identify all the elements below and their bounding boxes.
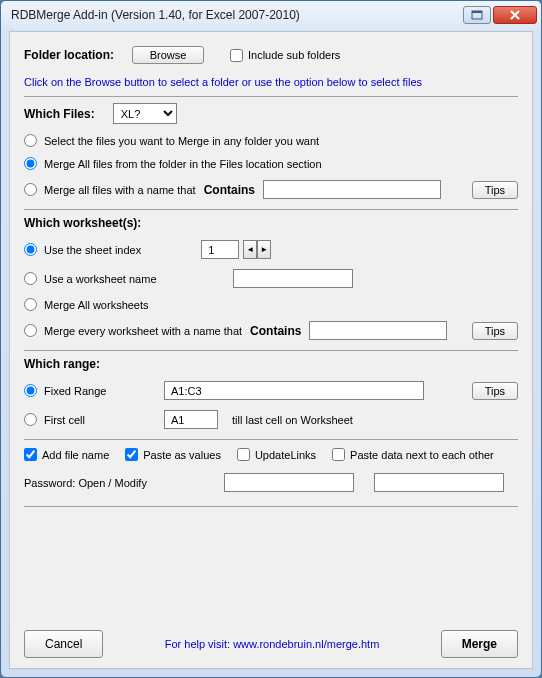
paste-values-checkbox[interactable]: Paste as values	[125, 448, 221, 461]
merge-button[interactable]: Merge	[441, 630, 518, 658]
paste-values-input[interactable]	[125, 448, 138, 461]
sheet-name-input[interactable]	[233, 269, 353, 288]
update-links-input[interactable]	[237, 448, 250, 461]
range-radio-fixed[interactable]	[24, 384, 37, 397]
add-filename-input[interactable]	[24, 448, 37, 461]
stepper-down-button[interactable]: ◄	[243, 240, 257, 259]
window-frame: RDBMerge Add-in (Version 1.40, for Excel…	[0, 0, 542, 678]
first-cell-suffix: till last cell on Worksheet	[232, 414, 353, 426]
sheets-contains-label: Contains	[250, 324, 301, 338]
password-label: Password: Open / Modify	[24, 477, 224, 489]
sheets-radio-every[interactable]	[24, 324, 37, 337]
separator	[24, 506, 518, 507]
browse-button[interactable]: Browse	[132, 46, 204, 64]
range-radio-firstcell[interactable]	[24, 413, 37, 426]
files-option-name[interactable]: Merge all files with a name that	[24, 183, 196, 196]
sheets-option-index[interactable]: Use the sheet index	[24, 243, 141, 256]
close-button[interactable]	[493, 6, 537, 24]
range-option-fixed[interactable]: Fixed Range	[24, 384, 164, 397]
sheets-tips-button[interactable]: Tips	[472, 322, 518, 340]
sheet-index-input[interactable]	[201, 240, 239, 259]
separator	[24, 439, 518, 440]
separator	[24, 96, 518, 97]
range-option-firstcell[interactable]: First cell	[24, 413, 164, 426]
paste-next-checkbox[interactable]: Paste data next to each other	[332, 448, 494, 461]
include-subfolders-input[interactable]	[230, 49, 243, 62]
browse-hint-link[interactable]: Click on the Browse button to select a f…	[24, 76, 422, 88]
sheet-index-stepper: ◄ ►	[243, 240, 271, 259]
folder-location-label: Folder location:	[24, 48, 114, 62]
first-cell-input[interactable]	[164, 410, 218, 429]
titlebar[interactable]: RDBMerge Add-in (Version 1.40, for Excel…	[1, 1, 541, 29]
include-subfolders-checkbox[interactable]: Include sub folders	[230, 49, 340, 62]
sheets-radio-all[interactable]	[24, 298, 37, 311]
update-links-checkbox[interactable]: UpdateLinks	[237, 448, 316, 461]
password-modify-input[interactable]	[374, 473, 504, 492]
which-range-heading: Which range:	[24, 357, 100, 371]
which-sheets-heading: Which worksheet(s):	[24, 216, 141, 230]
range-tips-button[interactable]: Tips	[472, 382, 518, 400]
sheets-option-name[interactable]: Use a worksheet name	[24, 272, 157, 285]
sheets-name-filter-input[interactable]	[309, 321, 447, 340]
separator	[24, 209, 518, 210]
sheets-radio-name[interactable]	[24, 272, 37, 285]
files-option-all[interactable]: Merge All files from the folder in the F…	[24, 157, 322, 170]
files-name-input[interactable]	[263, 180, 441, 199]
file-type-select[interactable]: XL?	[113, 103, 177, 124]
sheets-option-all[interactable]: Merge All worksheets	[24, 298, 149, 311]
fixed-range-input[interactable]	[164, 381, 424, 400]
files-radio-select[interactable]	[24, 134, 37, 147]
add-filename-checkbox[interactable]: Add file name	[24, 448, 109, 461]
window-title: RDBMerge Add-in (Version 1.40, for Excel…	[11, 8, 461, 22]
sheets-option-every[interactable]: Merge every worksheet with a name that	[24, 324, 242, 337]
client-area: Folder location: Browse Include sub fold…	[9, 31, 533, 669]
cancel-button[interactable]: Cancel	[24, 630, 103, 658]
files-contains-label: Contains	[204, 183, 255, 197]
files-radio-name[interactable]	[24, 183, 37, 196]
help-link-container: For help visit: www.rondebruin.nl/merge.…	[103, 638, 440, 650]
files-radio-all[interactable]	[24, 157, 37, 170]
footer: Cancel For help visit: www.rondebruin.nl…	[24, 630, 518, 658]
files-tips-button[interactable]: Tips	[472, 181, 518, 199]
files-option-select[interactable]: Select the files you want to Merge in an…	[24, 134, 319, 147]
separator	[24, 350, 518, 351]
sheets-radio-index[interactable]	[24, 243, 37, 256]
include-subfolders-label: Include sub folders	[248, 49, 340, 61]
help-link[interactable]: For help visit: www.rondebruin.nl/merge.…	[165, 638, 380, 650]
which-files-heading: Which Files:	[24, 107, 95, 121]
paste-next-input[interactable]	[332, 448, 345, 461]
svg-rect-1	[472, 11, 482, 13]
help-button[interactable]	[463, 6, 491, 24]
password-open-input[interactable]	[224, 473, 354, 492]
stepper-up-button[interactable]: ►	[257, 240, 271, 259]
